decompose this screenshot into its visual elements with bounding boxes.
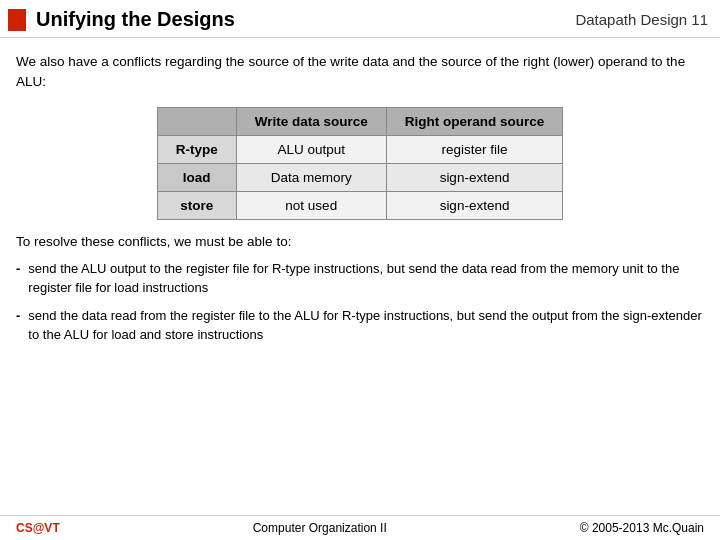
- bullet-dash: -: [16, 306, 20, 326]
- bullet-list: -send the ALU output to the register fil…: [16, 259, 704, 345]
- footer-left: CS@VT: [16, 521, 60, 535]
- table-cell-right-operand: sign-extend: [386, 191, 563, 219]
- col-write-data-header: Write data source: [236, 107, 386, 135]
- table-cell-type: store: [157, 191, 236, 219]
- header: Unifying the Designs Datapath Design 11: [0, 0, 720, 38]
- bullet-text: send the ALU output to the register file…: [28, 259, 704, 298]
- col-empty-header: [157, 107, 236, 135]
- table-cell-right-operand: sign-extend: [386, 163, 563, 191]
- slide-title: Unifying the Designs: [36, 8, 575, 31]
- table-cell-type: R-type: [157, 135, 236, 163]
- slide-content: We also have a conflicts regarding the s…: [0, 38, 720, 515]
- resolve-intro: To resolve these conflicts, we must be a…: [16, 234, 704, 249]
- table-cell-write-data: ALU output: [236, 135, 386, 163]
- instruction-table: Write data source Right operand source R…: [157, 107, 564, 220]
- footer-center: Computer Organization II: [253, 521, 387, 535]
- col-right-operand-header: Right operand source: [386, 107, 563, 135]
- bullet-dash: -: [16, 259, 20, 279]
- slide-container: Unifying the Designs Datapath Design 11 …: [0, 0, 720, 540]
- slide-subtitle: Datapath Design 11: [575, 11, 708, 28]
- header-accent-bar: [8, 9, 26, 31]
- bullet-item: -send the ALU output to the register fil…: [16, 259, 704, 298]
- table-cell-type: load: [157, 163, 236, 191]
- bullet-item: -send the data read from the register fi…: [16, 306, 704, 345]
- table-row: R-typeALU outputregister file: [157, 135, 563, 163]
- data-table-container: Write data source Right operand source R…: [16, 107, 704, 220]
- table-cell-right-operand: register file: [386, 135, 563, 163]
- table-row: storenot usedsign-extend: [157, 191, 563, 219]
- table-cell-write-data: Data memory: [236, 163, 386, 191]
- table-row: loadData memorysign-extend: [157, 163, 563, 191]
- bullet-text: send the data read from the register fil…: [28, 306, 704, 345]
- table-cell-write-data: not used: [236, 191, 386, 219]
- footer: CS@VT Computer Organization II © 2005-20…: [0, 515, 720, 540]
- footer-right: © 2005-2013 Mc.Quain: [580, 521, 704, 535]
- intro-paragraph: We also have a conflicts regarding the s…: [16, 52, 704, 93]
